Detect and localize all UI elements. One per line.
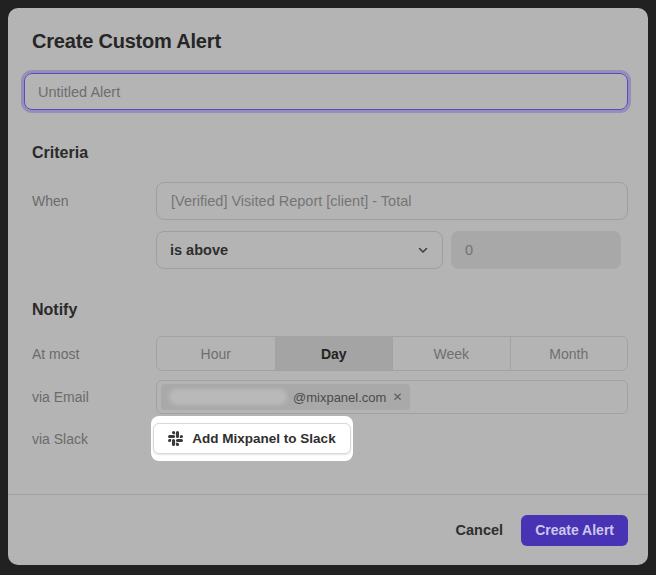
frequency-option-week[interactable]: Week	[392, 337, 510, 370]
operator-row: is above	[32, 231, 628, 269]
threshold-input[interactable]	[451, 231, 621, 269]
frequency-segmented-control: Hour Day Week Month	[156, 336, 628, 371]
chevron-down-icon	[417, 244, 429, 256]
criteria-heading: Criteria	[32, 144, 628, 162]
via-email-label: via Email	[32, 389, 156, 405]
create-custom-alert-modal: Create Custom Alert Criteria When [Verif…	[8, 8, 648, 565]
slack-button-spotlight: Add Mixpanel to Slack	[151, 416, 353, 461]
slack-icon	[168, 431, 183, 446]
when-event-input[interactable]: [Verified] Visited Report [client] - Tot…	[156, 182, 628, 220]
frequency-option-hour[interactable]: Hour	[157, 337, 275, 370]
via-slack-label: via Slack	[32, 431, 156, 447]
when-event-value: [Verified] Visited Report [client] - Tot…	[171, 193, 411, 209]
when-row: When [Verified] Visited Report [client] …	[32, 182, 628, 220]
alert-name-input[interactable]	[24, 73, 628, 110]
cancel-button[interactable]: Cancel	[456, 522, 504, 538]
email-recipients-input[interactable]: @mixpanel.com ✕	[156, 380, 628, 414]
when-label: When	[32, 193, 156, 209]
slack-button-label: Add Mixpanel to Slack	[192, 431, 335, 446]
create-alert-button[interactable]: Create Alert	[521, 515, 628, 546]
operator-dropdown[interactable]: is above	[156, 231, 443, 269]
frequency-option-day[interactable]: Day	[275, 337, 393, 370]
page-title: Create Custom Alert	[32, 30, 628, 53]
email-row: via Email @mixpanel.com ✕	[32, 380, 628, 414]
email-chip: @mixpanel.com ✕	[161, 384, 410, 410]
email-redacted-username	[169, 389, 287, 405]
email-domain-text: @mixpanel.com	[293, 390, 386, 405]
remove-email-icon[interactable]: ✕	[392, 391, 402, 403]
modal-footer: Cancel Create Alert	[8, 494, 648, 565]
add-mixpanel-to-slack-button[interactable]: Add Mixpanel to Slack	[153, 423, 350, 454]
frequency-option-month[interactable]: Month	[510, 337, 628, 370]
notify-heading: Notify	[32, 301, 628, 319]
frequency-row: At most Hour Day Week Month	[32, 336, 628, 371]
slack-row: via Slack Add Mixpanel to Slack	[32, 416, 628, 461]
operator-selected-value: is above	[170, 242, 228, 258]
at-most-label: At most	[32, 346, 156, 362]
